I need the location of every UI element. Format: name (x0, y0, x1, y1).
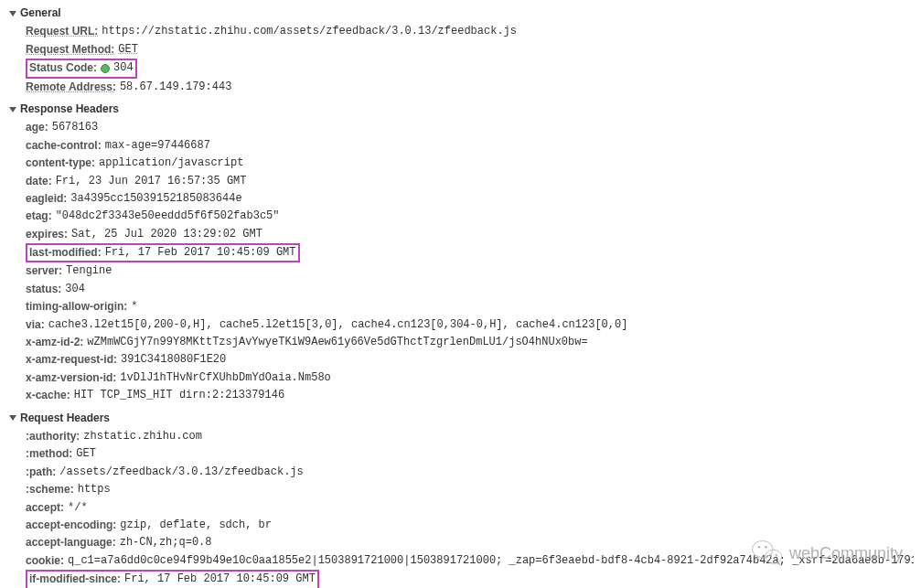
header-value: cache3.l2et15[0,200-0,H], cache5.l2et15[… (48, 317, 628, 333)
highlighted-header: if-modified-since:Fri, 17 Feb 2017 10:45… (26, 570, 319, 588)
request-method-label: Request Method: (26, 42, 114, 58)
status-code-highlight: Status Code: 304 (26, 59, 137, 78)
header-row: eagleid:3a4395cc15039152185083644e (26, 190, 914, 208)
response-headers-section: Response Headers age:5678163cache-contro… (7, 100, 914, 405)
header-key: accept-language: (26, 535, 116, 551)
header-value: HIT TCP_IMS_HIT dirn:2:213379146 (74, 388, 284, 403)
header-row: content-type:application/javascript (26, 155, 914, 172)
header-key: cookie: (26, 553, 64, 569)
general-header[interactable]: General (7, 4, 914, 23)
response-headers-header[interactable]: Response Headers (7, 100, 914, 119)
section-title: Response Headers (20, 102, 119, 117)
header-key: x-amz-id-2: (26, 335, 83, 350)
header-key: accept-encoding: (26, 518, 116, 533)
remote-address-row: Remote Address: 58.67.149.179:443 (26, 79, 914, 96)
header-value: Fri, 17 Feb 2017 10:45:09 GMT (124, 572, 316, 587)
response-headers-body: age:5678163cache-control:max-age=9744668… (7, 119, 914, 404)
wechat-icon (751, 537, 784, 570)
request-url-value: https://zhstatic.zhihu.com/assets/zfeedb… (102, 24, 517, 39)
header-key: age: (26, 120, 48, 135)
header-value: 1vDlJ1hTHvNrCfXUhbDmYdOaia.Nm58o (120, 370, 330, 386)
header-key: x-amz-request-id: (26, 352, 117, 368)
request-url-label: Request URL: (26, 24, 98, 39)
header-row: x-amz-id-2:wZMmWCGjY7n99Y8MKttTzsjAvYwye… (26, 334, 914, 351)
remote-address-label: Remote Address: (26, 80, 116, 95)
header-row: x-amz-request-id:391C3418080F1E20 (26, 351, 914, 369)
section-title: General (20, 5, 61, 21)
header-key: last-modified: (29, 245, 102, 261)
header-key: cache-control: (26, 138, 102, 154)
header-row: :path:/assets/zfeedback/3.0.13/zfeedback… (26, 464, 914, 481)
header-row: server:Tengine (26, 262, 914, 280)
header-value: zhstatic.zhihu.com (83, 429, 202, 444)
header-value: Fri, 17 Feb 2017 10:45:09 GMT (105, 245, 296, 261)
header-value: https (78, 482, 111, 497)
header-key: eagleid: (26, 191, 67, 207)
header-key: :path: (26, 465, 56, 480)
header-row: :authority:zhstatic.zhihu.com (26, 428, 914, 445)
header-value: 5678163 (52, 120, 98, 135)
request-method-value: GET (118, 42, 138, 58)
collapse-icon (9, 415, 16, 421)
header-key: :authority: (26, 429, 80, 444)
header-value: "048dc2f3343e50eeddd5f6f502fab3c5" (56, 208, 280, 224)
header-key: etag: (26, 208, 52, 224)
status-code-value: 304 (113, 60, 134, 76)
header-row: via:cache3.l2et15[0,200-0,H], cache5.l2e… (26, 316, 914, 334)
header-row: status:304 (26, 281, 914, 298)
header-row: accept-encoding:gzip, deflate, sdch, br (26, 517, 914, 534)
header-row: timing-allow-origin:* (26, 298, 914, 315)
header-value: * (131, 299, 137, 315)
status-code-row: Status Code: 304 (26, 59, 914, 78)
header-value: Fri, 23 Jun 2017 16:57:35 GMT (56, 174, 247, 189)
highlighted-header: last-modified:Fri, 17 Feb 2017 10:45:09 … (26, 243, 300, 262)
header-row: date:Fri, 23 Jun 2017 16:57:35 GMT (26, 173, 914, 190)
header-value: /assets/zfeedback/3.0.13/zfeedback.js (59, 465, 303, 480)
header-value: max-age=97446687 (105, 138, 210, 154)
svg-point-2 (758, 546, 760, 548)
header-key: timing-allow-origin: (26, 299, 127, 315)
header-key: x-cache: (26, 388, 70, 403)
header-row: last-modified:Fri, 17 Feb 2017 10:45:09 … (26, 243, 914, 262)
header-row: :scheme:https (26, 481, 914, 498)
header-value: 391C3418080F1E20 (121, 352, 226, 368)
status-code-label: Status Code: (29, 60, 97, 76)
section-title: Request Headers (20, 411, 110, 426)
header-key: expires: (26, 227, 68, 242)
header-key: :method: (26, 446, 72, 462)
request-url-row: Request URL: https://zhstatic.zhihu.com/… (26, 23, 914, 40)
header-key: x-amz-version-id: (26, 370, 116, 386)
header-value: wZMmWCGjY7n99Y8MKttTzsjAvYwyeTKiW9Aew61y… (87, 335, 587, 350)
header-value: application/javascript (99, 155, 243, 171)
header-key: date: (26, 174, 52, 189)
header-key: if-modified-since: (29, 572, 121, 587)
header-row: etag:"048dc2f3343e50eeddd5f6f502fab3c5" (26, 208, 914, 225)
header-key: server: (26, 263, 62, 279)
remote-address-value: 58.67.149.179:443 (120, 80, 231, 95)
header-row: x-amz-version-id:1vDlJ1hTHvNrCfXUhbDmYdO… (26, 369, 914, 387)
request-headers-header[interactable]: Request Headers (7, 409, 914, 428)
watermark: webCommunity (751, 537, 903, 570)
header-row: accept:*/* (26, 499, 914, 517)
header-value: gzip, deflate, sdch, br (120, 518, 272, 533)
header-key: accept: (26, 500, 64, 516)
header-value: zh-CN,zh;q=0.8 (120, 535, 212, 551)
header-row: :method:GET (26, 445, 914, 463)
header-value: 304 (65, 282, 85, 297)
header-row: expires:Sat, 25 Jul 2020 13:29:02 GMT (26, 226, 914, 243)
request-method-row: Request Method: GET (26, 41, 914, 59)
header-value: Tengine (66, 263, 112, 279)
header-key: content-type: (26, 155, 95, 171)
header-key: via: (26, 317, 45, 333)
header-value: Sat, 25 Jul 2020 13:29:02 GMT (71, 227, 262, 242)
status-dot-icon (101, 64, 110, 73)
header-row: age:5678163 (26, 119, 914, 136)
watermark-text: webCommunity (789, 541, 903, 565)
header-row: x-cache:HIT TCP_IMS_HIT dirn:2:213379146 (26, 387, 914, 404)
svg-point-3 (765, 546, 766, 548)
collapse-icon (9, 107, 16, 112)
general-body: Request URL: https://zhstatic.zhihu.com/… (7, 23, 914, 96)
header-value: */* (68, 500, 88, 516)
svg-point-4 (770, 554, 772, 556)
header-row: cache-control:max-age=97446687 (26, 137, 914, 155)
